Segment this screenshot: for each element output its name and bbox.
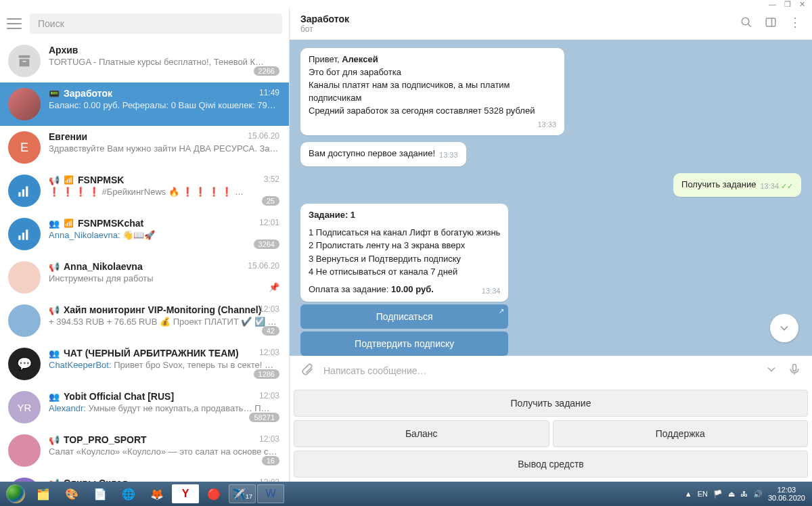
search-icon[interactable] <box>740 16 752 31</box>
system-tray[interactable]: ▲ EN 🏳️ ⏏ 🖧 🔊 12:03 30.06.2020 <box>685 486 809 502</box>
task-explorer[interactable]: 🗂️ <box>30 484 57 503</box>
chat-preview: Alexandr: Умные будут не покупать,а прод… <box>49 403 281 413</box>
message-time: 13:34 <box>482 286 501 296</box>
menu-icon[interactable] <box>7 18 22 29</box>
avatar: 🧠 <box>8 478 41 482</box>
sidebar-item-slivy[interactable]: 🧠 📢Сливы Склад Фотография. Автор: Мария … <box>0 472 289 482</box>
tray-network-icon[interactable]: 🖧 <box>740 490 748 498</box>
tray-clock[interactable]: 12:03 30.06.2020 <box>768 486 805 502</box>
sidebar-item-top-pro-sport[interactable]: 📢TOP_PRO_SPORT Салат «Коулсло» «Коулсло»… <box>0 429 289 472</box>
sidepanel-icon[interactable] <box>765 16 777 31</box>
chat-title: Архив <box>49 45 78 55</box>
chat-header[interactable]: Заработок бот ⋮ <box>290 8 812 40</box>
chat-time: 3:52 <box>264 175 279 184</box>
chat-title: Сливы Склад <box>64 478 128 482</box>
chat-title: Хайп мониторинг VIP-Monitoring (Channel) <box>64 304 261 315</box>
close-icon[interactable]: ✕ <box>799 0 805 9</box>
svg-point-6 <box>742 18 749 25</box>
tray-eject-icon[interactable]: ⏏ <box>728 490 735 499</box>
tray-flag-icon[interactable]: 🏳️ <box>713 490 723 499</box>
minimize-icon[interactable]: — <box>769 0 776 8</box>
kb-get-task[interactable]: Получить задание <box>294 390 808 417</box>
message-in[interactable]: Привет, Алексей Это бот для заработка Ка… <box>300 48 564 135</box>
header-subtitle: бот <box>300 24 740 34</box>
mic-icon[interactable] <box>788 363 801 379</box>
task-firefox[interactable]: 🦊 <box>143 484 171 503</box>
task-word[interactable]: W <box>257 484 284 503</box>
group-icon: 👥 <box>49 348 60 359</box>
task-opera[interactable]: 🔴 <box>200 484 227 503</box>
chat-title: Евгении <box>49 131 87 142</box>
task-paint[interactable]: 🎨 <box>58 484 85 503</box>
chat-preview: ❗ ❗ ❗ ❗ #БрейкингNews 🔥 ❗ ❗ ❗ ❗ … <box>49 187 281 197</box>
task-yandex[interactable]: Y <box>172 484 199 503</box>
group-icon: 👥 <box>49 218 60 229</box>
avatar: YR <box>8 391 41 423</box>
task-chrome[interactable]: 🌐 <box>115 484 142 503</box>
avatar <box>8 218 41 250</box>
app-body: Поиск Архив TORTUGA - Платные курсы бесп… <box>0 8 812 482</box>
chat-preview: Anna_Nikolaevna: 👋📖🚀 <box>49 230 281 240</box>
message-out[interactable]: Получить задание13:34✓✓ <box>673 173 801 197</box>
task-telegram[interactable]: ✈️17 <box>229 484 256 503</box>
sidebar-item-zarabotok[interactable]: 📟Заработок Баланс: 0.00 руб. Рефералы: 0… <box>0 83 289 126</box>
chat-time: 15.06.20 <box>248 131 279 141</box>
sidebar-item-vip-monitoring[interactable]: 📢Хайп мониторинг VIP-Monitoring (Channel… <box>0 299 289 342</box>
scroll-down-button[interactable] <box>770 314 798 342</box>
chat-title: Anna_Nikolaevna <box>64 261 143 272</box>
inline-button-subscribe[interactable]: Подписаться↗ <box>300 304 508 329</box>
unread-badge: 58271 <box>249 413 279 422</box>
chat-time: 12:03 <box>259 304 279 314</box>
maximize-icon[interactable]: ❐ <box>784 0 791 9</box>
chat-time: 12:03 <box>259 391 279 400</box>
more-icon[interactable]: ⋮ <box>789 16 801 31</box>
inline-button-confirm[interactable]: Подтвердить подписку <box>300 331 508 356</box>
message-input[interactable] <box>323 365 755 376</box>
chat-time: 12:02 <box>259 478 279 482</box>
chat-title: TOP_PRO_SPORT <box>64 434 147 445</box>
tray-lang[interactable]: EN <box>698 490 708 498</box>
start-button[interactable] <box>3 484 28 504</box>
chat-preview: Здравствуйте Вам нужно зайти НА ДВА РЕСУ… <box>49 143 281 154</box>
chat-preview: Салат «Коулсло» «Коулсло» — это салат на… <box>49 446 281 457</box>
chat-time: 11:49 <box>259 88 279 97</box>
sidebar-item-black-arbitr[interactable]: 💬 👥ЧАТ (ЧЕРНЫЙ АРБИТРАЖНИК TEAM) ChatKee… <box>0 342 289 386</box>
message-in[interactable]: Задание: 1 1 Подписаться на канал Лифт в… <box>300 204 508 302</box>
avatar <box>8 434 41 467</box>
tray-chevron-icon[interactable]: ▲ <box>685 490 692 498</box>
sidebar-item-fsnpmskchat[interactable]: 👥📶FSNPMSKchat Anna_Nikolaevna: 👋📖🚀 12:01… <box>0 212 289 256</box>
sidebar-item-evgenii[interactable]: Е Евгении Здравствуйте Вам нужно зайти Н… <box>0 126 289 169</box>
sidebar-item-yobit[interactable]: YR 👥Yobit Official Chat [RUS] Alexandr: … <box>0 386 289 429</box>
task-block: Задание: 1 1 Подписаться на канал Лифт в… <box>300 204 508 356</box>
bot-keyboard: Получить задание Баланс Поддержка Вывод … <box>290 386 812 482</box>
chat-list: Архив TORTUGA - Платные курсы бесплатно!… <box>0 39 289 482</box>
message-time: 13:33 <box>537 120 556 130</box>
unread-badge: 2266 <box>254 66 279 76</box>
svg-rect-3 <box>18 235 20 240</box>
sidebar-item-anna[interactable]: 📢Anna_Nikolaevna Инструменты для работы … <box>0 256 289 299</box>
search-input[interactable]: Поиск <box>30 14 282 34</box>
header-title: Заработок <box>300 14 740 24</box>
chat-preview: Баланс: 0.00 руб. Рефералы: 0 Ваш Qiwi к… <box>49 100 281 110</box>
unread-badge: 42 <box>262 326 279 336</box>
kb-support[interactable]: Поддержка <box>553 420 809 447</box>
chat-time: 12:01 <box>259 218 279 227</box>
message-in[interactable]: Вам доступно первое задание!13:33 <box>300 142 466 166</box>
chat-time: 15.06.20 <box>248 261 279 271</box>
message-time: 13:33 <box>439 150 458 160</box>
search-row: Поиск <box>0 8 289 39</box>
attach-icon[interactable] <box>300 363 314 379</box>
unread-badge: 1286 <box>254 369 279 379</box>
sidebar-item-fsnpmsk[interactable]: 📢📶FSNPMSK ❗ ❗ ❗ ❗ #БрейкингNews 🔥 ❗ ❗ ❗ … <box>0 169 289 212</box>
avatar <box>8 88 41 120</box>
group-icon: 👥 <box>49 392 60 402</box>
input-row <box>290 356 812 386</box>
kb-balance[interactable]: Баланс <box>294 420 549 447</box>
kb-withdraw[interactable]: Вывод средств <box>294 451 808 478</box>
keyboard-collapse-icon[interactable] <box>765 363 778 379</box>
message-time: 13:34✓✓ <box>760 181 793 191</box>
tray-volume-icon[interactable]: 🔊 <box>753 490 763 499</box>
pin-icon: 📌 <box>269 282 279 292</box>
sidebar-item-archive[interactable]: Архив TORTUGA - Платные курсы бесплатно!… <box>0 39 289 83</box>
task-notepad[interactable]: 📄 <box>87 484 114 503</box>
